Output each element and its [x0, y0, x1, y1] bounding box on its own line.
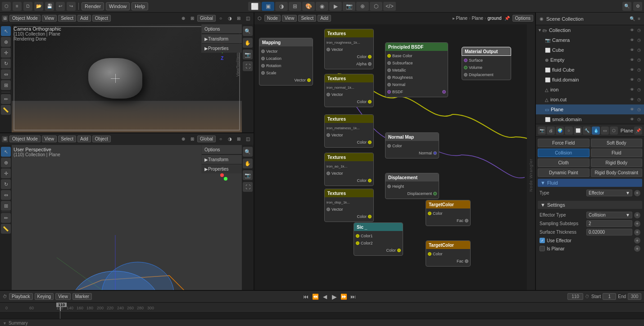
- move-tool[interactable]: ✛: [1, 48, 11, 58]
- ic-vis[interactable]: 👁: [629, 96, 635, 103]
- et-plus[interactable]: +: [634, 212, 640, 218]
- new-file[interactable]: 🗋: [23, 2, 32, 11]
- transform-btn-top[interactable]: ▶ Transform: [202, 34, 242, 43]
- fc-render[interactable]: ◷: [636, 67, 642, 73]
- overlay-icon-2[interactable]: ⊞: [235, 135, 243, 143]
- marker-dropdown[interactable]: Marker: [73, 293, 92, 300]
- force-field-btn[interactable]: Force Field: [538, 139, 590, 147]
- help-menu[interactable]: Help: [132, 2, 148, 10]
- layout-tab[interactable]: ⬜: [248, 2, 261, 11]
- sampling-value[interactable]: 2: [586, 220, 632, 227]
- node-editor-area[interactable]: ⬡ Node View Select Add ▸ Plane › Plane ›…: [254, 13, 536, 326]
- xray-icon[interactable]: ◫: [244, 14, 252, 23]
- rendering-tab[interactable]: 📷: [343, 2, 355, 11]
- options-btn-top[interactable]: Options: [202, 24, 242, 33]
- annotate-tool[interactable]: ✏: [1, 94, 11, 104]
- view-dropdown-timeline[interactable]: View: [55, 293, 71, 300]
- render-menu[interactable]: Render: [82, 2, 104, 10]
- scale-tool[interactable]: ⇔: [1, 69, 11, 79]
- object-dropdown-bottom[interactable]: Object: [92, 136, 111, 142]
- move-tool-2[interactable]: ✛: [1, 168, 11, 178]
- object-mode-dropdown-2[interactable]: Object Mode: [9, 136, 41, 142]
- visibility-icon[interactable]: 👁: [629, 27, 635, 33]
- end-frame-input[interactable]: 300: [628, 293, 641, 300]
- collision-btn[interactable]: Collision: [538, 149, 590, 157]
- tree-item-cube[interactable]: ⬜ Cube 👁 ◷: [536, 45, 644, 55]
- playback-dropdown[interactable]: Playback: [9, 293, 33, 300]
- fc-vis[interactable]: 👁: [629, 67, 635, 73]
- settings-icon[interactable]: ⚙: [633, 2, 642, 11]
- data-props-btn[interactable]: ▭: [601, 127, 609, 135]
- jump-end-btn[interactable]: ⏭: [349, 293, 357, 301]
- keying-dropdown[interactable]: Keying: [35, 293, 54, 300]
- surface-thickness-value[interactable]: 0.02000: [586, 229, 632, 235]
- sic-node[interactable]: Sic _ Color1 Color2 Color: [354, 222, 403, 256]
- material-props-btn[interactable]: ⬡: [610, 127, 618, 135]
- camera-icon[interactable]: 📷: [243, 50, 253, 59]
- transform-pivot-icon[interactable]: ⊞: [188, 14, 196, 23]
- node-graph[interactable]: Mapping Vector Location Rotation Scale V…: [254, 24, 535, 326]
- node-pin-icon[interactable]: 📌: [503, 14, 511, 23]
- cloth-btn[interactable]: Cloth: [538, 158, 590, 167]
- empty-vis[interactable]: 👁: [629, 57, 635, 63]
- add-dropdown-bottom[interactable]: Add: [77, 136, 91, 142]
- render-icon[interactable]: ◷: [636, 27, 642, 33]
- global-dropdown-top[interactable]: Global: [197, 15, 216, 22]
- texture-node-4[interactable]: Textures iron_ao_1k... Vector Color: [324, 153, 374, 186]
- animation-tab[interactable]: ▶: [329, 2, 342, 11]
- object-mode-dropdown[interactable]: Object Mode: [9, 15, 41, 22]
- zoom-icon-2[interactable]: 🔍: [243, 147, 253, 157]
- tree-item-smok-domain[interactable]: ⬜ smok.domain 👁 ◷: [536, 114, 644, 124]
- pan-icon-2[interactable]: ✋: [243, 158, 253, 168]
- fd-render[interactable]: ◷: [636, 77, 642, 83]
- sd-vis[interactable]: 👁: [629, 116, 635, 122]
- tree-item-fluid-cube[interactable]: ⬜ fluid Cube 👁 ◷: [536, 65, 644, 75]
- scene-props-btn[interactable]: 🌍: [556, 127, 564, 135]
- material-output-node[interactable]: Material Output Surface Volume Displacem…: [462, 47, 511, 80]
- ir-render[interactable]: ◷: [636, 86, 642, 93]
- properties-btn-top[interactable]: ▶ Properties: [202, 44, 242, 53]
- prev-frame-btn[interactable]: ⏪: [311, 293, 319, 301]
- overlay-icon[interactable]: ⊞: [235, 14, 243, 23]
- view-dropdown-bottom[interactable]: View: [42, 136, 57, 142]
- cube-render[interactable]: ◷: [636, 47, 642, 53]
- type-value[interactable]: Effector ▼: [586, 190, 632, 196]
- undo[interactable]: ↩: [56, 2, 65, 11]
- shading-tab[interactable]: ◉: [316, 2, 328, 11]
- cursor-tool[interactable]: ⊕: [1, 37, 11, 47]
- uv-editing-tab[interactable]: ⊞: [289, 2, 301, 11]
- cube-vis[interactable]: 👁: [629, 47, 635, 53]
- texture-paint-tab[interactable]: 🎨: [302, 2, 315, 11]
- scripting-tab[interactable]: </>: [383, 2, 396, 11]
- measure-tool-2[interactable]: 📏: [1, 224, 11, 234]
- displacement-node[interactable]: Displacement Height Displacement: [385, 173, 439, 199]
- viewport-shading-icon-2[interactable]: ◑: [226, 135, 234, 143]
- compositing-tab[interactable]: ⊕: [356, 2, 369, 11]
- annotate-tool-2[interactable]: ✏: [1, 213, 11, 223]
- options-btn-bottom[interactable]: Options: [202, 145, 242, 154]
- play-btn[interactable]: ▶: [330, 293, 338, 301]
- properties-btn-bottom[interactable]: ▶ Properties: [202, 164, 242, 173]
- tree-item-iron-cut[interactable]: △ iron.cut 👁 ◷: [536, 95, 644, 104]
- principled-bsdf-node[interactable]: Principled BSDF Base Color Subsurface Me…: [385, 42, 448, 97]
- fd-vis[interactable]: 👁: [629, 77, 635, 83]
- proportional-edit-icon[interactable]: ○: [217, 14, 225, 23]
- transform-pivot-icon-2[interactable]: ⊞: [188, 135, 196, 143]
- file-menu[interactable]: ≡: [13, 2, 22, 11]
- node-dropdown[interactable]: Node: [264, 15, 281, 22]
- texture-node-5[interactable]: Textures iron_disp_1k... Vector Color: [324, 189, 374, 222]
- sd-render[interactable]: ◷: [636, 116, 642, 122]
- tree-item-camera[interactable]: 📷 Camera 👁 ◷: [536, 35, 644, 45]
- modifier-props-btn[interactable]: 🔧: [583, 127, 591, 135]
- ip-plus[interactable]: +: [634, 245, 640, 252]
- render-props-btn[interactable]: 📷: [538, 127, 546, 135]
- add-dropdown-node[interactable]: Add: [317, 15, 331, 22]
- tree-item-plane[interactable]: ▭ Plane 👁 ◷: [536, 104, 644, 114]
- timeline-body[interactable]: 0 60 120 140 160 180 200 220 240 260 280…: [0, 303, 644, 326]
- camera-viewport[interactable]: 🖥 Object Mode View Select Add Object ⊕ ⊞…: [0, 13, 254, 133]
- cam-vis[interactable]: 👁: [629, 37, 635, 43]
- settings-section-header[interactable]: ▼ Settings: [538, 201, 642, 209]
- save-file[interactable]: 💾: [45, 2, 54, 11]
- world-props-btn[interactable]: ○: [565, 127, 573, 135]
- tree-item-collection[interactable]: ▼ 🗁 Collection 👁 ◷: [536, 25, 644, 35]
